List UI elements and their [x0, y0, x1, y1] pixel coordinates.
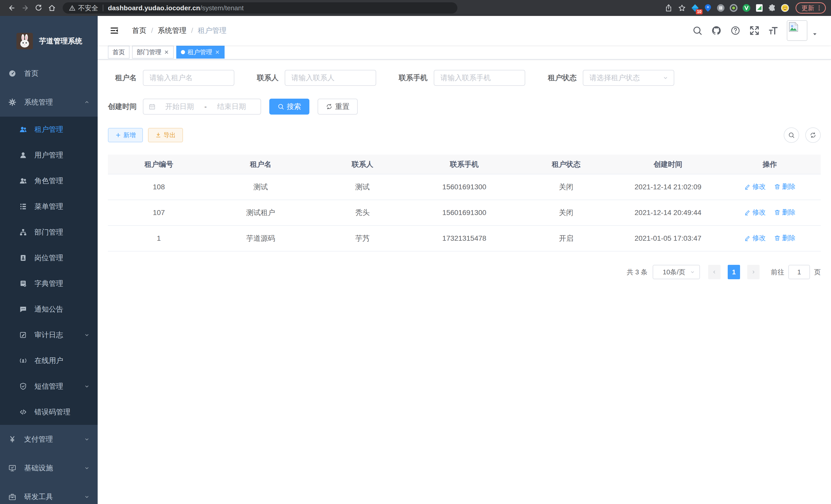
- app-logo[interactable]: 芋道管理系统: [0, 16, 98, 59]
- create-time-range-picker[interactable]: 开始日期 - 结束日期: [143, 99, 261, 115]
- table-row: 1 芋道源码 芋艿 17321315478 开启 2021-01-05 17:0…: [108, 226, 821, 251]
- edit-label: 修改: [752, 208, 766, 217]
- bookmark-star-icon[interactable]: [675, 1, 689, 14]
- browser-home-button[interactable]: [45, 1, 59, 14]
- address-divider: [103, 5, 103, 11]
- sidebar-item-home[interactable]: 首页: [0, 59, 98, 88]
- contact-input[interactable]: [285, 70, 376, 86]
- pencil-icon: [744, 183, 751, 190]
- delete-link[interactable]: 删除: [774, 234, 796, 242]
- calendar-icon: [148, 103, 156, 110]
- tenant-name-input[interactable]: [143, 70, 234, 86]
- people-icon: [19, 125, 27, 134]
- sidebar-item-payment[interactable]: 支付管理: [0, 425, 98, 454]
- col-mobile: 联系手机: [413, 155, 515, 174]
- header-search-icon[interactable]: [692, 25, 703, 36]
- badge-icon: [19, 254, 27, 262]
- github-icon[interactable]: [711, 25, 721, 36]
- delete-link[interactable]: 删除: [774, 182, 796, 191]
- user-avatar[interactable]: [787, 20, 807, 41]
- edit-label: 修改: [752, 182, 766, 191]
- delete-label: 删除: [782, 182, 796, 191]
- sidebar-item-tenant[interactable]: 租户管理: [0, 117, 98, 142]
- breadcrumb-home[interactable]: 首页: [132, 26, 146, 35]
- edit-link[interactable]: 修改: [744, 182, 766, 191]
- user-menu-caret-icon[interactable]: [812, 31, 818, 37]
- refresh-table-button[interactable]: [805, 127, 821, 143]
- extension-v-icon[interactable]: [740, 2, 753, 14]
- font-size-icon[interactable]: [768, 25, 779, 36]
- edit-label: 修改: [752, 234, 766, 242]
- browser-reload-button[interactable]: [32, 1, 45, 14]
- cell-tenant-id: 1: [108, 226, 210, 251]
- next-page-button[interactable]: [747, 265, 760, 279]
- sidebar-item-user[interactable]: 用户管理: [0, 142, 98, 168]
- current-page-button[interactable]: 1: [728, 265, 740, 279]
- tag-dept[interactable]: 部门管理: [132, 46, 174, 59]
- extension-command-icon[interactable]: [714, 2, 727, 14]
- gear-icon: [8, 98, 17, 106]
- sidebar-item-infrastructure[interactable]: 基础设施: [0, 454, 98, 482]
- sidebar-item-role[interactable]: 角色管理: [0, 168, 98, 194]
- extension-diamond-icon[interactable]: 10: [689, 2, 701, 14]
- address-bar[interactable]: 不安全 dashboard.yudao.iocoder.cn /system/t…: [63, 2, 457, 13]
- chevron-up-icon: [84, 99, 90, 105]
- pencil-icon: [744, 235, 751, 241]
- reset-button[interactable]: 重置: [318, 99, 358, 115]
- help-icon[interactable]: [730, 25, 741, 36]
- app-title: 芋道管理系统: [39, 36, 82, 46]
- add-button[interactable]: 新增: [108, 128, 143, 142]
- sidebar-item-dept[interactable]: 部门管理: [0, 219, 98, 245]
- mobile-input[interactable]: [434, 70, 525, 86]
- sidebar-item-sms[interactable]: 短信管理: [0, 374, 98, 399]
- extensions-puzzle-icon[interactable]: [766, 2, 779, 14]
- sidebar-item-online-users[interactable]: 在线用户: [0, 348, 98, 374]
- sidebar-menu: 首页 系统管理 租户管理 用户管理 角色管理: [0, 59, 98, 504]
- extension-record-icon[interactable]: [727, 2, 740, 14]
- sidebar-item-notice[interactable]: 通知公告: [0, 296, 98, 322]
- prev-page-button[interactable]: [708, 265, 720, 279]
- sidebar-collapse-icon[interactable]: [110, 26, 119, 35]
- sidebar-item-error-code[interactable]: 错误码管理: [0, 399, 98, 425]
- edit-link[interactable]: 修改: [744, 234, 766, 242]
- not-secure-label[interactable]: 不安全: [78, 4, 98, 12]
- export-button[interactable]: 导出: [148, 128, 183, 142]
- delete-link[interactable]: 删除: [774, 208, 796, 217]
- close-icon[interactable]: [215, 50, 220, 55]
- table-toolbar: 新增 导出: [108, 127, 821, 143]
- sidebar-item-dict[interactable]: 字典管理: [0, 271, 98, 296]
- chevron-down-icon: [84, 383, 90, 389]
- page-size-select[interactable]: 10条/页: [653, 265, 700, 279]
- sidebar-item-menu[interactable]: 菜单管理: [0, 194, 98, 219]
- extension-kite-icon[interactable]: [701, 2, 714, 14]
- status-select[interactable]: 请选择租户状态: [583, 70, 674, 86]
- chevron-down-icon: [690, 269, 695, 275]
- tag-home[interactable]: 首页: [108, 46, 130, 59]
- toggle-search-button[interactable]: [784, 127, 799, 143]
- share-icon[interactable]: [662, 1, 675, 14]
- edit-link[interactable]: 修改: [744, 208, 766, 217]
- add-button-label: 新增: [123, 131, 136, 139]
- goto-page-input[interactable]: [789, 265, 810, 279]
- close-icon[interactable]: [164, 50, 169, 55]
- sidebar-item-devtools[interactable]: 研发工具: [0, 482, 98, 504]
- sidebar-item-label: 用户管理: [34, 150, 63, 160]
- cell-mobile: 15601691300: [413, 174, 515, 200]
- code-icon: [19, 408, 27, 416]
- breadcrumb-system[interactable]: 系统管理: [158, 26, 187, 35]
- profile-avatar-icon[interactable]: [779, 2, 792, 14]
- search-button[interactable]: 搜索: [269, 99, 309, 115]
- sidebar-item-system[interactable]: 系统管理: [0, 88, 98, 117]
- sidebar-item-label: 字典管理: [34, 279, 63, 289]
- cell-created: 2021-01-05 17:03:47: [617, 226, 719, 251]
- browser-forward-button[interactable]: [19, 1, 32, 14]
- extension-sheet-icon[interactable]: [753, 2, 766, 14]
- create-time-label: 创建时间: [108, 102, 137, 112]
- fullscreen-icon[interactable]: [749, 25, 760, 36]
- sidebar-item-post[interactable]: 岗位管理: [0, 245, 98, 271]
- tag-tenant-active[interactable]: 租户管理: [176, 46, 225, 59]
- browser-back-button[interactable]: [5, 1, 19, 14]
- browser-update-menu-button[interactable]: 更新: [796, 2, 826, 13]
- cell-mobile: 17321315478: [413, 226, 515, 251]
- sidebar-item-audit-log[interactable]: 审计日志: [0, 322, 98, 348]
